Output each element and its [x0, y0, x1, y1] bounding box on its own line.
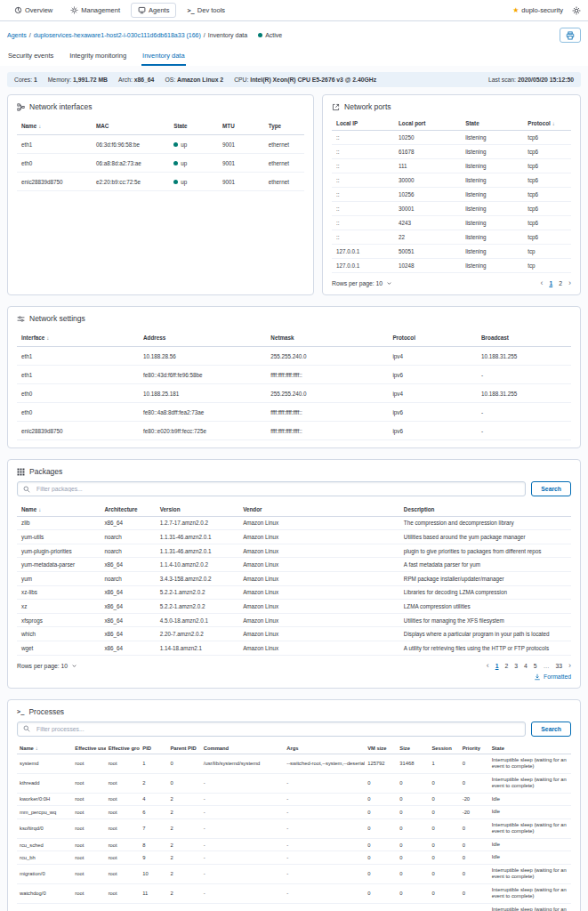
table-cell: rcu_bh: [17, 851, 72, 865]
packages-search-button[interactable]: Search: [531, 481, 571, 496]
overview-icon: [14, 6, 22, 14]
table-cell: root: [72, 818, 105, 838]
column-header-effective-user[interactable]: Effective user: [72, 743, 105, 754]
table-cell: tcp6: [523, 230, 571, 245]
column-header-address[interactable]: Address: [139, 328, 266, 347]
table-cell: 10248: [394, 259, 461, 273]
table-cell: A fast metadata parser for yum: [399, 558, 571, 572]
page-number-1[interactable]: 1: [495, 663, 499, 669]
table-cell: tcp6: [523, 173, 571, 188]
settings-gear-icon[interactable]: [572, 6, 581, 15]
table-cell: 22: [394, 230, 461, 245]
breadcrumb-current: Inventory data: [208, 32, 247, 38]
column-header-netmask[interactable]: Netmask: [266, 328, 388, 347]
table-cell: -: [477, 422, 571, 440]
table-cell: Interruptible sleep (waiting for an even…: [489, 903, 571, 911]
table-cell: ffff:ffff:ffff:ffff::: [266, 422, 388, 440]
column-header-vm-size[interactable]: VM size: [365, 743, 397, 754]
export-pdf-button[interactable]: [560, 28, 581, 43]
table-cell: 9: [140, 851, 167, 865]
rows-per-page-selector[interactable]: Rows per page: 10: [17, 663, 77, 669]
download-formatted-link[interactable]: Formatted: [534, 673, 571, 681]
column-header-effective-group[interactable]: Effective group: [106, 743, 141, 754]
column-header-pid[interactable]: PID: [140, 743, 167, 754]
chevron-down-icon: [386, 280, 392, 286]
table-cell: eth1: [17, 347, 139, 366]
pager-prev-icon[interactable]: ‹: [540, 279, 543, 287]
column-header-name[interactable]: Name↓: [17, 117, 92, 135]
table-cell: tcp6: [523, 131, 571, 145]
table-cell: 61678: [394, 145, 461, 159]
filter-packages-input[interactable]: [35, 485, 520, 493]
table-cell: 6: [140, 806, 167, 819]
table-cell: which: [17, 627, 100, 641]
column-header-protocol[interactable]: Protocol: [388, 328, 477, 347]
column-header-interface[interactable]: Interface↓: [17, 328, 139, 347]
summary-item: Cores: 1: [14, 77, 37, 83]
tab-inventory-data[interactable]: Inventory data: [141, 49, 186, 66]
processes-search-button[interactable]: Search: [531, 722, 571, 737]
column-header-state[interactable]: State: [461, 117, 523, 131]
nav-item-overview[interactable]: Overview: [7, 3, 60, 18]
table-cell: -: [201, 806, 284, 819]
page-number-2[interactable]: 2: [559, 280, 562, 286]
tenant-selector[interactable]: ★ duplo-security: [512, 6, 563, 14]
nav-item-management[interactable]: Management: [63, 3, 127, 18]
breadcrumb-agent-link[interactable]: duploservices-hexaware1-host2-i-030c111d…: [34, 32, 201, 38]
column-header-name[interactable]: Name↓: [17, 503, 100, 516]
page-number-3[interactable]: 3: [514, 663, 518, 669]
column-header-state[interactable]: State: [169, 117, 218, 135]
column-header-name[interactable]: Name↓: [17, 743, 72, 754]
column-header-command[interactable]: Command: [201, 743, 284, 754]
breadcrumb: Agents / duploservices-hexaware1-host2-i…: [7, 32, 247, 38]
column-header-parent-pid[interactable]: Parent PID: [167, 743, 200, 754]
column-header-mtu[interactable]: MTU: [218, 117, 264, 135]
page-number-1[interactable]: 1: [549, 280, 552, 286]
pager-next-icon[interactable]: ›: [568, 279, 571, 287]
pager-prev-icon[interactable]: ‹: [487, 662, 489, 670]
page-number-5[interactable]: 5: [534, 663, 537, 669]
table-row: zlibx86_641.2.7-17.amzn2.0.2Amazon Linux…: [17, 516, 571, 530]
table-cell: root: [72, 851, 105, 865]
page-number-2[interactable]: 2: [505, 663, 509, 669]
table-row: 127.0.0.150051listeningtcp: [332, 245, 571, 259]
column-header-broadcast[interactable]: Broadcast: [477, 328, 571, 347]
table-cell: eth0: [17, 403, 139, 422]
column-header-version[interactable]: Version: [156, 503, 238, 516]
column-header-session[interactable]: Session: [429, 743, 459, 754]
table-cell: 2: [167, 851, 200, 865]
tab-integrity-monitoring[interactable]: Integrity monitoring: [68, 49, 127, 66]
breadcrumb-agents-link[interactable]: Agents: [7, 32, 27, 38]
table-cell: 0: [429, 903, 459, 911]
page-number-4[interactable]: 4: [524, 663, 528, 669]
nav-item-dev-tools[interactable]: >_ Dev tools: [180, 3, 232, 18]
table-cell: 30001: [394, 202, 461, 216]
column-header-description[interactable]: Description: [399, 503, 571, 516]
summary-pairs: Cores: 1Memory: 1,991.72 MBArch: x86_64O…: [14, 77, 376, 83]
table-cell: listening: [461, 173, 523, 188]
table-cell: 1.2.7-17.amzn2.0.2: [156, 516, 238, 530]
tab-security-events[interactable]: Security events: [7, 49, 54, 66]
table-cell: -20: [460, 793, 489, 806]
filter-processes-input[interactable]: [35, 725, 520, 733]
column-header-priority[interactable]: Priority: [460, 743, 489, 754]
column-header-type[interactable]: Type: [264, 117, 304, 135]
pager-next-icon[interactable]: ›: [568, 662, 571, 670]
column-header-size[interactable]: Size: [397, 743, 429, 754]
network-ports-panel: Network ports Local IPLocal portStatePro…: [322, 94, 581, 295]
table-row: rcu_bhrootroot92--0000Idle: [17, 851, 571, 865]
column-header-local-ip[interactable]: Local IP: [332, 117, 394, 131]
column-header-architecture[interactable]: Architecture: [100, 503, 155, 516]
column-header-vendor[interactable]: Vendor: [238, 503, 399, 516]
table-cell: -: [201, 773, 284, 793]
page-number-33[interactable]: 33: [555, 663, 562, 669]
rows-per-page-selector[interactable]: Rows per page: 10: [332, 280, 392, 286]
table-row: ::111listeningtcp6: [332, 159, 571, 173]
column-header-state[interactable]: State: [489, 743, 571, 754]
column-header-args[interactable]: Args: [284, 743, 365, 754]
column-header-mac[interactable]: MAC: [92, 117, 169, 135]
nav-item-agents[interactable]: Agents: [131, 3, 176, 18]
column-header-local-port[interactable]: Local port: [394, 117, 461, 131]
column-header-protocol[interactable]: Protocol↓: [523, 117, 571, 131]
table-cell: Amazon Linux: [238, 600, 399, 614]
